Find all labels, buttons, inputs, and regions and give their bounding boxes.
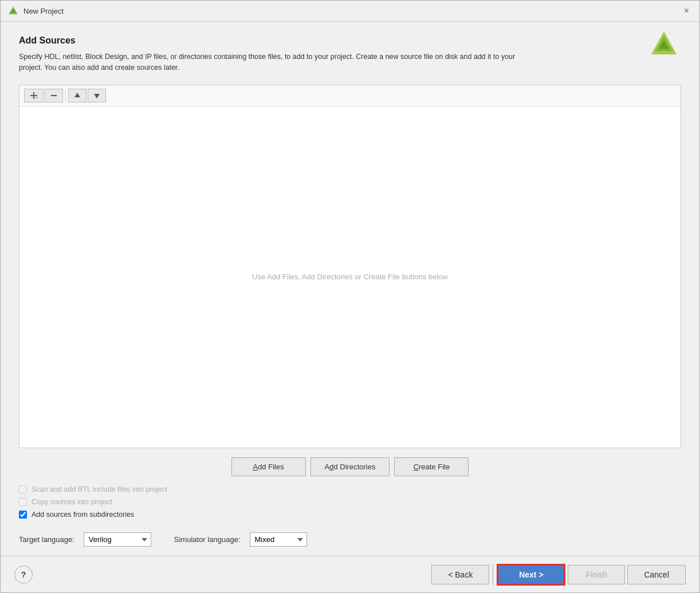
- svg-marker-9: [74, 93, 80, 97]
- move-down-button[interactable]: [88, 89, 106, 102]
- toolbar: [19, 85, 681, 106]
- nav-divider: [493, 564, 493, 585]
- add-subdirs-label: Add sources from subdirectories: [32, 511, 134, 519]
- footer-right: < Back Next > Finish Cancel: [431, 564, 686, 586]
- svg-rect-8: [51, 95, 57, 96]
- toolbar-divider-1: [65, 90, 66, 101]
- file-area-placeholder: Use Add Files, Add Directories or Create…: [19, 106, 681, 448]
- cancel-button[interactable]: Cancel: [627, 565, 686, 584]
- title-bar: New Project ×: [1, 1, 699, 22]
- remove-button[interactable]: [45, 89, 63, 102]
- options-section: Scan and add RTL include files into proj…: [19, 485, 681, 519]
- svg-marker-10: [94, 94, 100, 98]
- simulator-language-label: Simulator language:: [174, 535, 241, 544]
- app-logo: [7, 5, 19, 17]
- add-subdirs-row: Add sources from subdirectories: [19, 511, 681, 519]
- svg-rect-6: [30, 95, 37, 96]
- add-button[interactable]: [24, 89, 44, 102]
- scan-rtl-checkbox[interactable]: [19, 485, 27, 493]
- svg-rect-7: [36, 97, 38, 98]
- copy-sources-checkbox[interactable]: [19, 498, 27, 506]
- add-subdirs-checkbox[interactable]: [19, 511, 27, 519]
- add-directories-button[interactable]: Add Directories: [310, 457, 390, 476]
- action-buttons: Add Files Add Directories Create File: [19, 457, 681, 476]
- target-language-select[interactable]: Verilog VHDL SystemVerilog: [84, 532, 151, 547]
- new-project-dialog: New Project × Add Sources Specify HDL, n…: [0, 0, 700, 593]
- scan-rtl-row: Scan and add RTL include files into proj…: [19, 485, 681, 493]
- title-bar-left: New Project: [7, 5, 64, 17]
- next-button[interactable]: Next >: [497, 564, 565, 586]
- simulator-language-select[interactable]: Mixed Verilog VHDL: [250, 532, 307, 547]
- description-text: Specify HDL, netlist, Block Design, and …: [19, 52, 534, 73]
- language-row: Target language: Verilog VHDL SystemVeri…: [19, 532, 681, 547]
- page-title: Add Sources: [19, 35, 681, 46]
- header-logo: [649, 29, 677, 57]
- move-up-button[interactable]: [68, 89, 86, 102]
- create-file-button[interactable]: Create File: [394, 457, 469, 476]
- finish-button[interactable]: Finish: [568, 565, 625, 584]
- file-panel: Use Add Files, Add Directories or Create…: [19, 85, 681, 449]
- window-title: New Project: [23, 7, 64, 15]
- target-language-label: Target language:: [19, 535, 74, 544]
- close-button[interactable]: ×: [681, 5, 693, 17]
- scan-rtl-label: Scan and add RTL include files into proj…: [32, 485, 167, 493]
- footer: ? < Back Next > Finish Cancel: [1, 556, 699, 592]
- copy-sources-row: Copy sources into project: [19, 498, 681, 506]
- footer-left: ?: [14, 566, 33, 584]
- back-button[interactable]: < Back: [431, 565, 489, 584]
- copy-sources-label: Copy sources into project: [32, 498, 112, 506]
- add-files-button[interactable]: Add Files: [231, 457, 306, 476]
- main-content: Add Sources Specify HDL, netlist, Block …: [1, 22, 699, 556]
- help-button[interactable]: ?: [14, 566, 33, 584]
